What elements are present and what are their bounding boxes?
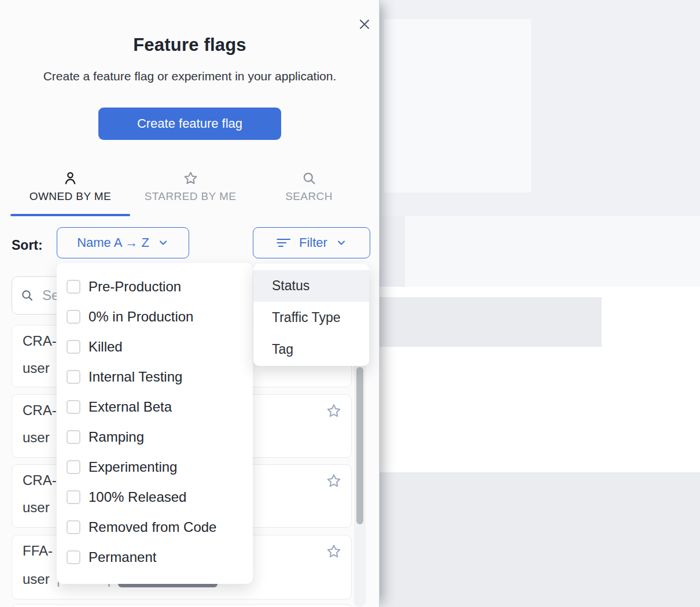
background-block (380, 472, 700, 607)
checkbox[interactable] (67, 310, 80, 324)
tab-search[interactable]: SEARCH (266, 171, 352, 203)
sort-value: Name A → Z (77, 235, 149, 250)
scrollbar-thumb[interactable] (356, 367, 363, 524)
background-block (384, 19, 531, 193)
active-tab-underline (10, 214, 130, 216)
filter-category-status[interactable]: Status (253, 270, 369, 302)
filter-category-tag[interactable]: Tag (253, 334, 369, 365)
screen: Feature flags Create a feature flag or e… (0, 0, 700, 607)
status-option-removed-from-code[interactable]: Removed from Code (57, 512, 253, 542)
tab-label: SEARCH (285, 190, 333, 203)
status-option-100-released[interactable]: 100% Released (57, 482, 253, 512)
checkbox[interactable] (67, 430, 80, 444)
filter-category-menu: Status Traffic Type Tag (253, 264, 369, 366)
flag-traffic-type: user (23, 499, 50, 516)
star-icon[interactable] (326, 473, 342, 489)
background-block (380, 297, 602, 347)
background-block (405, 216, 700, 287)
sort-dropdown-button[interactable]: Name A → Z (57, 227, 189, 258)
search-icon (20, 288, 34, 302)
status-option-internal-testing[interactable]: Internal Testing (57, 362, 253, 392)
flag-list-item[interactable] (12, 604, 352, 607)
flag-traffic-type: user (23, 430, 50, 446)
status-option-pre-production[interactable]: Pre-Production (57, 272, 253, 302)
tab-starred-by-me[interactable]: STARRED BY ME (135, 171, 246, 203)
person-icon (62, 171, 78, 186)
checkbox[interactable] (67, 460, 80, 474)
status-option-killed[interactable]: Killed (57, 332, 253, 362)
filter-category-traffic-type[interactable]: Traffic Type (253, 302, 369, 334)
checkbox[interactable] (67, 340, 80, 354)
checkbox[interactable] (67, 550, 80, 564)
checkbox[interactable] (67, 370, 80, 384)
status-option-permanent[interactable]: Permanent (57, 542, 253, 572)
tab-label: OWNED BY ME (30, 190, 111, 203)
status-option-external-beta[interactable]: External Beta (57, 392, 253, 422)
create-feature-flag-button[interactable]: Create feature flag (98, 108, 281, 140)
page-title: Feature flags (0, 35, 380, 55)
chevron-down-icon (157, 237, 169, 249)
filter-dropdown-button[interactable]: Filter (253, 227, 370, 258)
filter-icon (276, 235, 291, 250)
feature-flags-panel: Feature flags Create a feature flag or e… (0, 0, 380, 607)
filter-button-label: Filter (299, 235, 327, 250)
star-icon (183, 171, 198, 186)
status-option-experimenting[interactable]: Experimenting (57, 452, 253, 482)
status-filter-dropdown: Pre-Production 0% in Production Killed I… (57, 263, 253, 584)
star-icon[interactable] (326, 543, 342, 560)
search-icon (301, 171, 317, 186)
page-subtitle: Create a feature flag or experiment in y… (0, 69, 380, 83)
flag-name: FFA- (23, 543, 53, 559)
checkbox[interactable] (67, 280, 80, 294)
checkbox[interactable] (67, 400, 80, 414)
background-block (380, 216, 405, 287)
flag-name: CRA- (23, 333, 57, 349)
status-option-0-in-production[interactable]: 0% in Production (57, 302, 253, 332)
chevron-down-icon (336, 237, 347, 249)
flag-name: CRA- (23, 472, 57, 488)
close-button[interactable] (355, 15, 374, 34)
close-icon (358, 17, 371, 31)
status-option-ramping[interactable]: Ramping (57, 422, 253, 452)
star-icon[interactable] (326, 403, 342, 419)
checkbox[interactable] (67, 520, 80, 534)
sort-label: Sort: (12, 238, 43, 253)
tab-label: STARRED BY ME (145, 190, 237, 203)
flag-name: CRA- (23, 402, 57, 419)
flag-traffic-type: user (23, 360, 50, 376)
checkbox[interactable] (67, 490, 80, 504)
flag-traffic-type: user (23, 571, 50, 587)
tab-owned-by-me[interactable]: OWNED BY ME (10, 171, 130, 203)
